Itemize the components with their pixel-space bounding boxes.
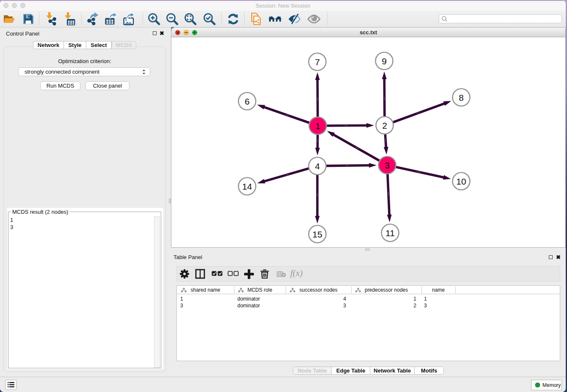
svg-text:1: 1 bbox=[315, 121, 320, 131]
svg-text:9: 9 bbox=[382, 56, 387, 66]
svg-text:8: 8 bbox=[459, 93, 464, 102]
svg-text:15: 15 bbox=[312, 229, 322, 239]
svg-text:3: 3 bbox=[385, 160, 390, 170]
svg-text:6: 6 bbox=[245, 97, 250, 106]
svg-text:10: 10 bbox=[456, 177, 466, 186]
svg-text:2: 2 bbox=[382, 121, 387, 130]
svg-text:7: 7 bbox=[315, 57, 320, 67]
svg-text:11: 11 bbox=[385, 228, 395, 238]
svg-text:4: 4 bbox=[315, 161, 320, 171]
svg-text:14: 14 bbox=[242, 182, 252, 191]
